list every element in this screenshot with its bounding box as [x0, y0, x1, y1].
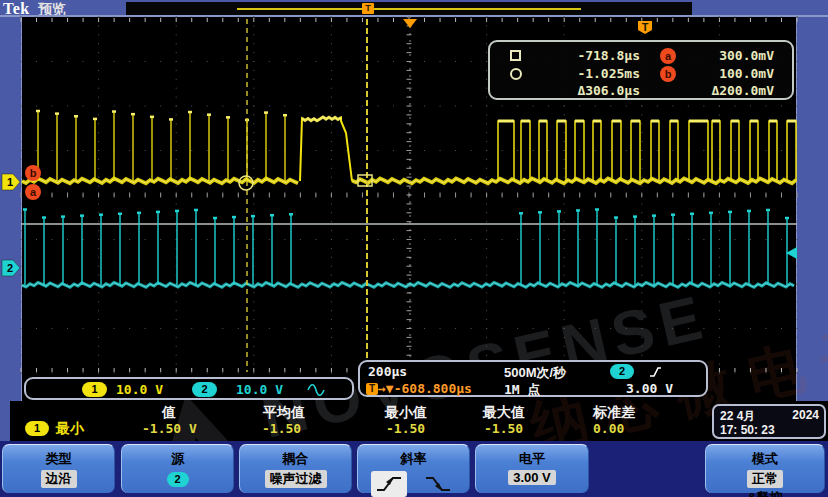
ch1-position-marker[interactable]: 1 [2, 174, 20, 190]
ch1-badge[interactable]: 1 [82, 382, 107, 397]
meas-value: -1.50 V [142, 421, 197, 436]
menu-mode-title: 模式 [706, 450, 824, 468]
meas-header-max: 最大值 [483, 404, 525, 422]
menu-button-level[interactable]: 电平 3.00 V [475, 444, 589, 493]
time-readout: 17: 50: 23 [720, 423, 775, 437]
falling-edge-icon[interactable] [420, 471, 456, 497]
menu-button-coupling[interactable]: 耦合 噪声过滤 [239, 444, 352, 493]
rising-edge-icon [648, 365, 662, 379]
meas-header-stddev: 标准差 [593, 404, 635, 422]
trigger-flag-icon: T [362, 3, 374, 14]
ch2-scale-readout: 10.0 V [236, 382, 283, 397]
meas-header-value: 值 [162, 404, 176, 422]
trigger-delay-readout: T→▼-608.800µs [366, 381, 472, 396]
menu-mode-value: 正常 [747, 470, 783, 488]
menu-slope-title: 斜率 [358, 450, 469, 468]
cursor-delta-voltage: Δ200.0mV [688, 83, 774, 98]
menu-type-value: 边沿 [41, 470, 77, 488]
cursor-b-voltage: 100.0mV [688, 66, 774, 81]
softkey-menu-bar: 类型 边沿 源 2 耦合 噪声过滤 斜率 电平 3.00 V [0, 441, 828, 497]
menu-button-source[interactable]: 源 2 [121, 444, 234, 493]
meas-name: 最小 [56, 420, 84, 438]
oscilloscope-screen: Tek 预览 T NOVOSENSE 纳芯微电子 T12ba -718.8µs … [0, 0, 828, 497]
menu-level-title: 电平 [476, 450, 588, 468]
ch2-position-marker[interactable]: 2 [2, 260, 20, 276]
cursor-square-icon [510, 50, 521, 61]
record-view-bar: T [126, 2, 692, 15]
menu-type-title: 类型 [3, 450, 114, 468]
svg-text:1: 1 [7, 176, 13, 188]
menu-source-title: 源 [122, 450, 233, 468]
sample-rate-readout: 500M次/秒 [504, 364, 566, 382]
menu-coupling-title: 耦合 [240, 450, 351, 468]
rising-edge-selected-icon[interactable] [371, 471, 407, 497]
cursor-readout-box: -718.8µs a 300.0mV -1.025ms b 100.0mV Δ3… [488, 40, 794, 100]
cursor-a-badge: a [660, 48, 676, 64]
record-waveform-line [237, 8, 581, 10]
ch2-badge[interactable]: 2 [192, 382, 217, 397]
cursor-b-badge: b [660, 66, 676, 82]
cursor-delta-time: Δ306.0µs [542, 83, 640, 98]
delay-arrow-glyphs: →▼ [378, 381, 394, 396]
cursor-b-time: -1.025ms [542, 66, 640, 81]
cursor-a-voltage: 300.0mV [688, 48, 774, 63]
menu-coupling-value: 噪声过滤 [265, 470, 327, 488]
menu-button-mode[interactable]: 模式 正常 &释抑 [705, 444, 825, 493]
trigger-source-badge: 2 [610, 364, 634, 379]
datetime-box: 22 4月 2024 17: 50: 23 [712, 404, 826, 439]
cursor-circle-icon [510, 68, 522, 80]
ch1-scale-readout: 10.0 V [116, 382, 163, 397]
svg-text:2: 2 [7, 262, 13, 274]
meas-header-min: 最小值 [385, 404, 427, 422]
year-readout: 2024 [792, 408, 819, 422]
menu-source-channel-badge: 2 [167, 472, 189, 487]
cursor-a-time: -718.8µs [542, 48, 640, 63]
menu-button-slope[interactable]: 斜率 [357, 444, 470, 493]
record-length-readout: 1M 点 [504, 381, 540, 399]
meas-stddev: 0.00 [593, 421, 624, 436]
channel-readout-bar: 1 10.0 V 2 10.0 V [24, 377, 354, 400]
timebase-readout: 200µs [368, 364, 407, 379]
trigger-t-icon: T [366, 383, 378, 395]
sine-wave-icon [307, 383, 325, 396]
menu-level-value: 3.00 V [508, 470, 556, 485]
meas-min: -1.50 [386, 421, 425, 436]
meas-max: -1.50 [484, 421, 523, 436]
meas-header-mean: 平均值 [263, 404, 305, 422]
meas-channel-badge: 1 [25, 421, 49, 436]
horizontal-trigger-box: 200µs 500M次/秒 2 T→▼-608.800µs 1M 点 3.00 … [358, 360, 708, 397]
trigger-level-readout: 3.00 V [626, 381, 673, 396]
meas-mean: -1.50 [262, 421, 301, 436]
menu-mode-extra: &释抑 [706, 489, 824, 497]
delay-value: -608.800µs [394, 381, 472, 396]
menu-button-type[interactable]: 类型 边沿 [2, 444, 115, 493]
